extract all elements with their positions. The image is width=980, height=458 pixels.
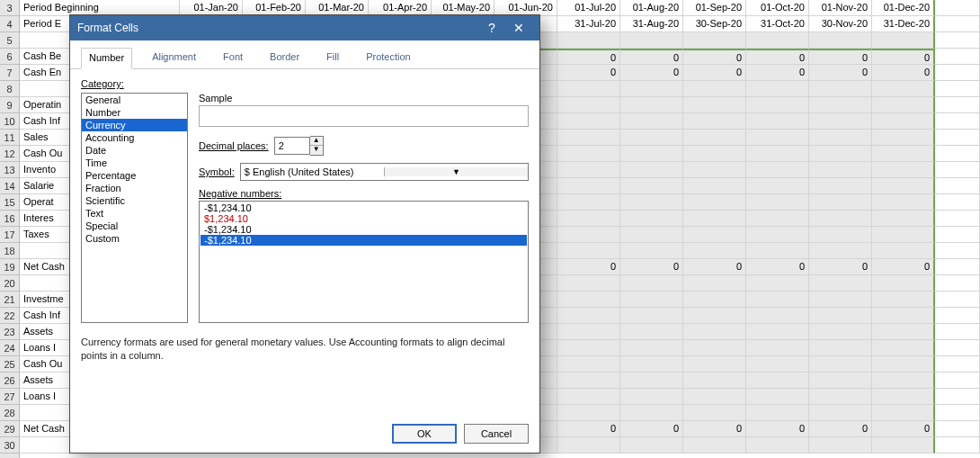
cell[interactable] — [935, 275, 980, 292]
cell[interactable] — [683, 194, 746, 211]
cell[interactable] — [935, 373, 980, 389]
row-header[interactable]: 15 — [0, 194, 19, 211]
cell[interactable] — [620, 97, 683, 113]
cell[interactable] — [872, 81, 935, 97]
category-item[interactable]: Number — [82, 106, 187, 119]
decimal-places-spinner[interactable]: ▲ ▼ — [274, 136, 324, 156]
cell[interactable] — [809, 275, 872, 292]
cell[interactable]: 01-Dec-20 — [872, 0, 935, 16]
category-item[interactable]: Time — [82, 157, 187, 169]
cell[interactable] — [809, 308, 872, 324]
row-header[interactable]: 30 — [0, 437, 19, 454]
cell[interactable] — [809, 292, 872, 308]
category-list[interactable]: GeneralNumberCurrencyAccountingDateTimeP… — [81, 93, 188, 323]
cell[interactable] — [557, 227, 620, 243]
decimal-places-input[interactable] — [274, 137, 310, 155]
cell[interactable] — [746, 194, 809, 211]
cell[interactable] — [935, 324, 980, 340]
cell[interactable] — [557, 178, 620, 194]
category-item[interactable]: Fraction — [82, 182, 187, 194]
cell[interactable] — [872, 324, 935, 340]
cell[interactable] — [809, 81, 872, 97]
cell[interactable] — [557, 292, 620, 308]
row-header[interactable]: 28 — [0, 405, 19, 421]
cell[interactable] — [809, 373, 872, 389]
cell[interactable]: 01-Jul-20 — [557, 0, 620, 16]
row-header[interactable]: 16 — [0, 211, 19, 227]
row-header[interactable]: 23 — [0, 324, 19, 340]
cell[interactable] — [809, 194, 872, 211]
cell[interactable] — [935, 292, 980, 308]
cell[interactable] — [683, 32, 746, 49]
cell[interactable] — [809, 437, 872, 454]
cell[interactable] — [683, 275, 746, 292]
cell[interactable] — [620, 324, 683, 340]
cell[interactable] — [746, 405, 809, 421]
cell[interactable] — [746, 308, 809, 324]
cell[interactable]: 31-Aug-20 — [620, 16, 683, 32]
cell[interactable] — [935, 340, 980, 356]
cell[interactable]: 31-Dec-20 — [872, 16, 935, 32]
cell[interactable]: 31-Jul-20 — [557, 16, 620, 32]
negative-numbers-list[interactable]: -$1,234.10$1,234.10-$1,234.10-$1,234.10 — [199, 201, 529, 323]
cell[interactable] — [557, 113, 620, 130]
row-header[interactable]: 8 — [0, 81, 19, 97]
cell[interactable] — [872, 389, 935, 405]
category-item[interactable]: Accounting — [82, 131, 187, 144]
cell[interactable] — [683, 211, 746, 227]
cell[interactable]: 0 — [872, 421, 935, 437]
cell[interactable] — [872, 275, 935, 292]
cell[interactable] — [683, 97, 746, 113]
cell[interactable] — [872, 292, 935, 308]
negative-number-option[interactable]: -$1,234.10 — [200, 202, 527, 213]
cell[interactable] — [557, 405, 620, 421]
row-header[interactable]: 12 — [0, 146, 19, 162]
cell[interactable]: 30-Nov-20 — [809, 16, 872, 32]
cell[interactable] — [746, 32, 809, 49]
cell[interactable]: 0 — [809, 65, 872, 81]
cell[interactable]: 0 — [557, 259, 620, 275]
negative-number-option[interactable]: -$1,234.10 — [200, 224, 527, 235]
cell[interactable] — [620, 340, 683, 356]
category-item[interactable]: Date — [82, 144, 187, 157]
cell[interactable] — [620, 292, 683, 308]
cell[interactable] — [935, 146, 980, 162]
cell[interactable] — [746, 340, 809, 356]
cell[interactable] — [683, 340, 746, 356]
cell[interactable] — [683, 324, 746, 340]
cell[interactable] — [935, 162, 980, 178]
cell[interactable] — [935, 113, 980, 130]
cell[interactable]: 0 — [620, 49, 683, 65]
cell[interactable]: 0 — [809, 49, 872, 65]
cell[interactable] — [872, 405, 935, 421]
cell[interactable] — [620, 389, 683, 405]
cell[interactable] — [620, 146, 683, 162]
cell[interactable] — [872, 113, 935, 130]
cell[interactable]: 0 — [872, 49, 935, 65]
cell[interactable] — [557, 389, 620, 405]
cell[interactable] — [620, 227, 683, 243]
cell[interactable] — [683, 405, 746, 421]
cell[interactable]: 30-Sep-20 — [683, 16, 746, 32]
cell[interactable] — [683, 373, 746, 389]
cell[interactable] — [620, 356, 683, 373]
cell[interactable] — [872, 32, 935, 49]
cell[interactable]: 0 — [557, 421, 620, 437]
cell[interactable] — [746, 389, 809, 405]
cell[interactable] — [557, 194, 620, 211]
cell[interactable]: 0 — [620, 65, 683, 81]
cell[interactable] — [620, 373, 683, 389]
cell[interactable] — [557, 437, 620, 454]
category-item[interactable]: General — [82, 94, 187, 106]
row-header[interactable]: 7 — [0, 65, 19, 81]
dialog-titlebar[interactable]: Format Cells ? ✕ — [70, 15, 539, 40]
cell[interactable] — [746, 275, 809, 292]
tab-protection[interactable]: Protection — [359, 48, 418, 68]
cell[interactable]: 0 — [746, 421, 809, 437]
cell[interactable] — [935, 81, 980, 97]
cell[interactable] — [620, 308, 683, 324]
cell[interactable] — [872, 194, 935, 211]
cell[interactable] — [620, 194, 683, 211]
cell[interactable] — [683, 162, 746, 178]
cell[interactable]: 0 — [683, 421, 746, 437]
